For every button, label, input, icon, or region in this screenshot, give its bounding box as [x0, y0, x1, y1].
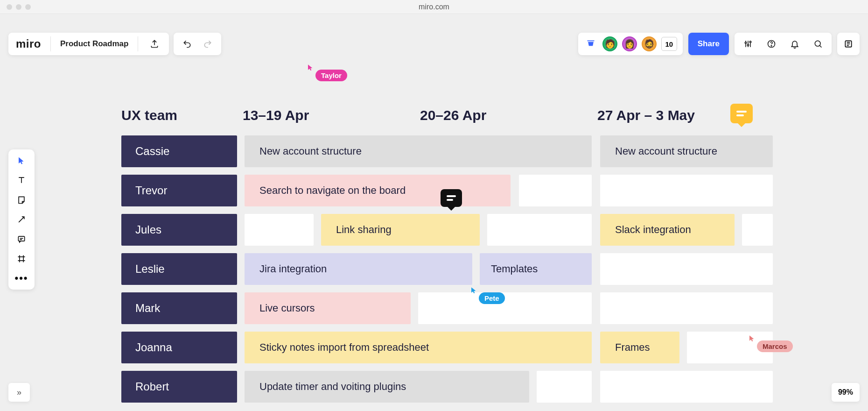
table-header-row: UX team 13–19 Apr 20–26 Apr 27 Apr – 3 M…: [121, 107, 765, 123]
person-cell[interactable]: Jules: [121, 214, 237, 246]
track: New account structure New account struct…: [245, 135, 773, 167]
empty-slot[interactable]: [600, 292, 773, 324]
empty-slot[interactable]: [519, 175, 592, 206]
task-card[interactable]: Sticky notes import from spreadsheet: [245, 332, 592, 363]
person-cell[interactable]: Robert: [121, 371, 237, 403]
track: Jira integration Templates: [245, 253, 773, 285]
url-label: miro.com: [419, 3, 449, 11]
empty-slot[interactable]: [600, 371, 773, 403]
remote-cursor: Marcos: [749, 334, 793, 352]
track: Live cursors: [245, 292, 773, 324]
empty-slot[interactable]: [245, 214, 314, 246]
task-card[interactable]: New account structure: [245, 135, 592, 167]
dot-icon: [7, 4, 12, 10]
cursor-label: Pete: [479, 292, 505, 304]
task-card[interactable]: Slack integration: [600, 214, 735, 246]
dot-icon: [16, 4, 21, 10]
track: Update timer and voiting plugins: [245, 371, 773, 403]
table-row: Leslie Jira integration Templates: [121, 253, 765, 285]
empty-slot[interactable]: [537, 371, 592, 403]
task-card[interactable]: Frames: [600, 332, 679, 363]
empty-slot[interactable]: [600, 253, 773, 285]
task-card[interactable]: Templates: [480, 253, 592, 285]
cursor-label: Taylor: [315, 70, 347, 81]
person-cell[interactable]: Mark: [121, 292, 237, 324]
empty-slot[interactable]: [600, 175, 773, 206]
person-cell[interactable]: Leslie: [121, 253, 237, 285]
table-row: Mark Live cursors: [121, 292, 765, 324]
task-card[interactable]: Search to navigate on the board: [245, 175, 511, 206]
task-card[interactable]: New account structure: [600, 135, 773, 167]
task-card[interactable]: Link sharing: [321, 214, 480, 246]
task-card[interactable]: Live cursors: [245, 292, 411, 324]
person-cell[interactable]: Joanna: [121, 332, 237, 363]
empty-slot[interactable]: [418, 292, 592, 324]
track: Link sharing Slack integration: [245, 214, 773, 246]
track: Search to navigate on the board: [245, 175, 773, 206]
comment-bubble-icon[interactable]: [730, 104, 753, 123]
track: Sticky notes import from spreadsheet Fra…: [245, 332, 773, 363]
empty-slot[interactable]: [742, 214, 773, 246]
table-row: Jules Link sharing Slack integration: [121, 214, 765, 246]
person-cell[interactable]: Cassie: [121, 135, 237, 167]
remote-cursor: Taylor: [307, 63, 347, 81]
week-header: 13–19 Apr: [243, 107, 420, 123]
team-header: UX team: [121, 107, 243, 123]
person-cell[interactable]: Trevor: [121, 175, 237, 206]
task-card[interactable]: Update timer and voiting plugins: [245, 371, 529, 403]
week-header: 20–26 Apr: [420, 107, 597, 123]
cursor-label: Marcos: [757, 340, 793, 352]
task-card[interactable]: Jira integration: [245, 253, 472, 285]
table-row: Cassie New account structure New account…: [121, 135, 765, 167]
board-canvas[interactable]: UX team 13–19 Apr 20–26 Apr 27 Apr – 3 M…: [0, 14, 868, 411]
roadmap-table: UX team 13–19 Apr 20–26 Apr 27 Apr – 3 M…: [121, 107, 765, 403]
comment-bubble-icon[interactable]: [441, 189, 462, 207]
browser-chrome: miro.com: [0, 0, 868, 14]
table-row: Joanna Sticky notes import from spreadsh…: [121, 332, 765, 363]
table-row: Robert Update timer and voiting plugins: [121, 371, 765, 403]
remote-cursor: Pete: [470, 286, 505, 304]
dot-icon: [25, 4, 31, 10]
empty-slot[interactable]: [487, 214, 592, 246]
window-controls: [7, 4, 31, 10]
